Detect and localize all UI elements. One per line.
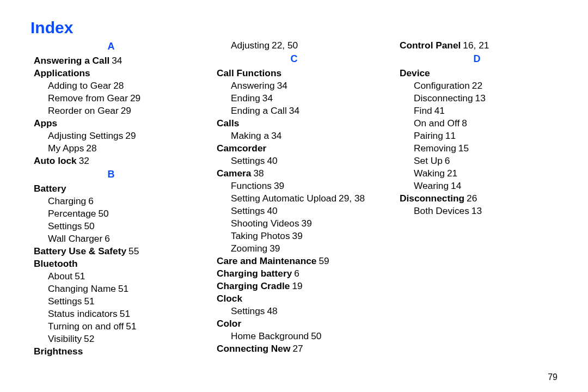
index-subentry: Settings40	[231, 205, 375, 217]
section-letter-d: D	[396, 53, 558, 66]
sub-label: Set Up	[414, 155, 443, 166]
sub-label: Pairing	[414, 130, 443, 141]
index-subentry: Adjusting Settings29	[48, 130, 192, 142]
index-columns: A Answering a Call34 Applications Adding…	[30, 39, 558, 364]
index-subentry: Adding to Gear28	[48, 79, 192, 92]
index-subentry: Making a34	[231, 130, 375, 142]
sub-label: Home Background	[231, 330, 309, 341]
index-heading: Camera38	[217, 167, 375, 180]
heading-pages: 6	[294, 268, 299, 279]
heading-label: Color	[217, 318, 241, 329]
heading-label: Camera	[217, 168, 251, 179]
index-heading: Bluetooth	[34, 258, 192, 270]
sub-pages: 50	[84, 220, 94, 231]
sub-label: Zooming	[231, 243, 267, 254]
index-heading: Device	[400, 67, 558, 79]
heading-label: Clock	[217, 293, 242, 304]
index-subentry: Disconnecting13	[414, 92, 558, 105]
sub-label: Removing	[414, 143, 456, 154]
sub-pages: 39	[302, 218, 312, 229]
heading-label: Charging battery	[217, 268, 292, 279]
sub-label: On and Off	[414, 118, 460, 128]
sub-pages: 34	[289, 105, 299, 116]
index-heading: Battery	[34, 182, 192, 195]
sub-pages: 40	[267, 155, 277, 166]
sub-label: Visibility	[48, 333, 82, 344]
heading-label: Device	[400, 68, 430, 78]
sub-pages: 48	[267, 305, 277, 316]
index-subentry: Configuration22	[414, 79, 558, 92]
heading-pages: 34	[112, 55, 122, 66]
sub-label: Waking	[414, 168, 445, 179]
sub-pages: 39	[270, 243, 280, 254]
sub-pages: 52	[84, 333, 94, 344]
index-subentry: Wearing14	[414, 180, 558, 192]
sub-label: Status indicators	[48, 308, 118, 319]
sub-label: Disconnecting	[414, 93, 473, 103]
sub-label: Shooting Videos	[231, 218, 299, 229]
heading-pages: 19	[292, 280, 302, 291]
heading-label: Bluetooth	[34, 258, 78, 269]
sub-pages: 29	[121, 105, 131, 116]
sub-pages: 34	[277, 80, 287, 91]
index-subentry: Settings48	[231, 305, 375, 317]
sub-label: Find	[414, 105, 432, 116]
sub-label: Settings	[48, 220, 82, 231]
index-subentry: Status indicators51	[48, 308, 192, 320]
sub-label: Settings	[231, 205, 265, 216]
sub-label: Percentage	[48, 208, 96, 219]
sub-label: Wearing	[414, 180, 449, 191]
heading-pages: 55	[128, 246, 139, 256]
sub-pages: 22	[472, 80, 482, 91]
index-subentry: Home Background50	[231, 330, 375, 342]
heading-label: Control Panel	[400, 40, 461, 51]
page-number: 79	[548, 372, 558, 382]
heading-label: Care and Maintenance	[217, 255, 316, 266]
index-subentry: Removing15	[414, 142, 558, 155]
heading-label: Auto lock	[34, 155, 77, 166]
index-subentry: On and Off8	[414, 117, 558, 130]
heading-label: Disconnecting	[400, 193, 464, 204]
sub-label: Wall Charger	[48, 233, 102, 244]
sub-label: Changing Name	[48, 283, 116, 294]
sub-label: Setting Automatic Upload	[231, 193, 336, 204]
index-subentry: Answering34	[231, 79, 375, 92]
sub-label: Ending	[231, 93, 260, 103]
sub-pages: 13	[471, 205, 482, 216]
sub-label: Adjusting Settings	[48, 130, 123, 141]
heading-label: Connecting New	[217, 343, 290, 354]
index-heading: Control Panel16, 21	[400, 39, 558, 52]
index-heading: Answering a Call34	[34, 54, 192, 67]
sub-label: Settings	[231, 155, 265, 166]
sub-pages: 51	[118, 283, 128, 294]
heading-pages: 27	[292, 343, 303, 354]
sub-label: Ending a Call	[231, 105, 287, 116]
index-subentry: Ending a Call34	[231, 105, 375, 117]
index-subentry: Shooting Videos39	[231, 217, 375, 230]
sub-pages: 6	[445, 155, 450, 166]
index-subentry: Taking Photos39	[231, 230, 375, 242]
sub-pages: 50	[311, 330, 321, 341]
sub-pages: 29	[125, 130, 136, 141]
index-subentry: My Apps28	[48, 142, 192, 155]
heading-label: Battery	[34, 183, 66, 194]
index-heading: Charging Cradle19	[217, 280, 375, 292]
sub-pages: 29	[130, 93, 140, 103]
index-heading: Charging battery6	[217, 267, 375, 280]
index-subentry: Settings50	[48, 220, 192, 232]
index-subentry: Waking21	[414, 167, 558, 180]
index-heading: Connecting New27	[217, 342, 375, 355]
index-heading: Color	[217, 317, 375, 330]
heading-label: Charging Cradle	[217, 280, 290, 291]
sub-pages: 22, 50	[272, 40, 298, 51]
heading-label: Call Functions	[217, 68, 281, 78]
index-subentry: Charging6	[48, 195, 192, 207]
sub-pages: 6	[88, 195, 94, 206]
index-subentry: Setting Automatic Upload29, 38	[231, 192, 375, 205]
section-letter-c: C	[213, 53, 375, 66]
sub-label: Answering	[231, 80, 275, 91]
sub-pages: 8	[462, 118, 467, 128]
sub-pages: 13	[475, 93, 486, 103]
sub-pages: 34	[271, 130, 281, 141]
sub-pages: 39	[274, 180, 284, 191]
